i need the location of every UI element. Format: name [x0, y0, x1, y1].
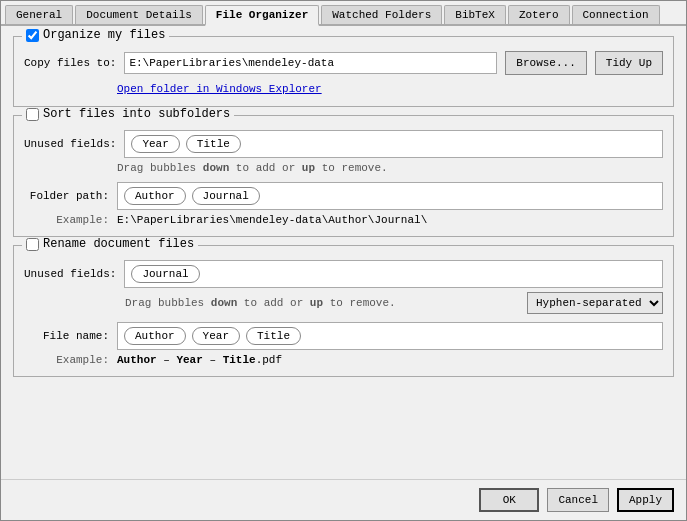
rename-example-title: Title: [223, 354, 256, 366]
tab-bibtex[interactable]: BibTeX: [444, 5, 506, 24]
main-content: Organize my files Copy files to: Browse.…: [1, 26, 686, 479]
file-name-bubble-year[interactable]: Year: [192, 327, 240, 345]
button-bar: OK Cancel Apply: [1, 479, 686, 520]
main-window: General Document Details File Organizer …: [0, 0, 687, 521]
sort-checkbox-label[interactable]: Sort files into subfolders: [26, 107, 230, 121]
rename-drag-hint: Drag bubbles down to add or up to remove…: [125, 297, 519, 309]
rename-example-sep1: –: [157, 354, 177, 366]
tab-general[interactable]: General: [5, 5, 73, 24]
folder-path-bubble-author[interactable]: Author: [124, 187, 186, 205]
file-name-bubble-author[interactable]: Author: [124, 327, 186, 345]
rename-unused-bubble-journal[interactable]: Journal: [131, 265, 199, 283]
ok-button[interactable]: OK: [479, 488, 539, 512]
sort-unused-row: Unused fields: Year Title: [24, 130, 663, 158]
file-name-row: File name: Author Year Title: [24, 322, 663, 350]
rename-drag-hint-row: Drag bubbles down to add or up to remove…: [24, 292, 663, 314]
rename-example-value: Author – Year – Title.pdf: [117, 354, 282, 366]
rename-example-row: Example: Author – Year – Title.pdf: [24, 354, 663, 366]
rename-example-author: Author: [117, 354, 157, 366]
organize-group: Organize my files Copy files to: Browse.…: [13, 36, 674, 107]
folder-path-label: Folder path:: [24, 190, 109, 202]
rename-legend: Rename document files: [22, 237, 198, 251]
sort-example-label: Example:: [24, 214, 109, 226]
tab-watched-folders[interactable]: Watched Folders: [321, 5, 442, 24]
folder-path-bubble-journal[interactable]: Journal: [192, 187, 260, 205]
organize-checkbox-label[interactable]: Organize my files: [26, 28, 165, 42]
rename-checkbox[interactable]: [26, 238, 39, 251]
rename-example-sep2: –: [203, 354, 223, 366]
rename-group: Rename document files Unused fields: Jou…: [13, 245, 674, 377]
separator-select[interactable]: Hyphen-separated: [527, 292, 663, 314]
rename-unused-row: Unused fields: Journal: [24, 260, 663, 288]
tab-document-details[interactable]: Document Details: [75, 5, 203, 24]
sort-example-value: E:\PaperLibraries\mendeley-data\Author\J…: [117, 214, 427, 226]
file-name-bubble-area[interactable]: Author Year Title: [117, 322, 663, 350]
tab-zotero[interactable]: Zotero: [508, 5, 570, 24]
organize-legend-text: Organize my files: [43, 28, 165, 42]
browse-button[interactable]: Browse...: [505, 51, 586, 75]
sort-legend-text: Sort files into subfolders: [43, 107, 230, 121]
copy-files-row: Copy files to: Browse... Tidy Up: [24, 51, 663, 75]
copy-files-label: Copy files to:: [24, 57, 116, 69]
sort-example-row: Example: E:\PaperLibraries\mendeley-data…: [24, 214, 663, 226]
organize-checkbox[interactable]: [26, 29, 39, 42]
open-folder-link[interactable]: Open folder in Windows Explorer: [117, 83, 322, 95]
tab-bar: General Document Details File Organizer …: [1, 1, 686, 26]
sort-unused-bubble-area[interactable]: Year Title: [124, 130, 663, 158]
cancel-button[interactable]: Cancel: [547, 488, 609, 512]
sort-unused-bubble-title[interactable]: Title: [186, 135, 241, 153]
sort-unused-bubble-year[interactable]: Year: [131, 135, 179, 153]
rename-legend-text: Rename document files: [43, 237, 194, 251]
file-name-bubble-title[interactable]: Title: [246, 327, 301, 345]
folder-path-row: Folder path: Author Journal: [24, 182, 663, 210]
rename-checkbox-label[interactable]: Rename document files: [26, 237, 194, 251]
organize-legend: Organize my files: [22, 28, 169, 42]
rename-example-year: Year: [176, 354, 202, 366]
sort-drag-hint: Drag bubbles down to add or up to remove…: [117, 162, 663, 174]
tab-file-organizer[interactable]: File Organizer: [205, 5, 319, 26]
copy-files-input[interactable]: [124, 52, 497, 74]
sort-legend: Sort files into subfolders: [22, 107, 234, 121]
sort-group: Sort files into subfolders Unused fields…: [13, 115, 674, 237]
sort-unused-label: Unused fields:: [24, 138, 116, 150]
folder-path-bubble-area[interactable]: Author Journal: [117, 182, 663, 210]
file-name-label: File name:: [24, 330, 109, 342]
rename-example-label: Example:: [24, 354, 109, 366]
sort-checkbox[interactable]: [26, 108, 39, 121]
rename-example-ext: .pdf: [256, 354, 282, 366]
rename-unused-label: Unused fields:: [24, 268, 116, 280]
tab-connection[interactable]: Connection: [572, 5, 660, 24]
apply-button[interactable]: Apply: [617, 488, 674, 512]
tidy-up-button[interactable]: Tidy Up: [595, 51, 663, 75]
rename-unused-bubble-area[interactable]: Journal: [124, 260, 663, 288]
